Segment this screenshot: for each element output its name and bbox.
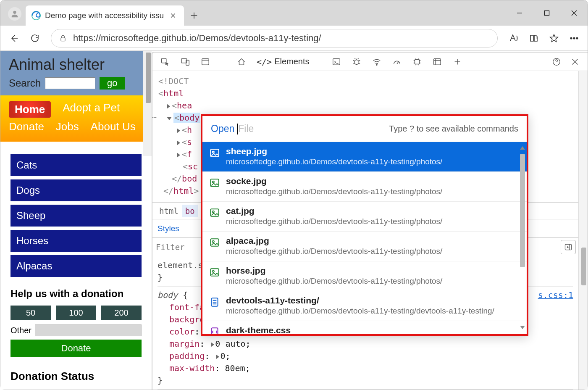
wifi-icon — [372, 57, 381, 66]
donation-amount-button[interactable]: 200 — [101, 306, 142, 320]
command-mode-label: Open — [211, 123, 234, 134]
list-item[interactable]: Horses — [10, 230, 142, 252]
app-icon — [433, 57, 442, 66]
svg-rect-14 — [415, 59, 419, 64]
lock-icon — [59, 34, 67, 42]
command-placeholder: File — [238, 123, 254, 134]
console-icon — [332, 57, 341, 66]
collapse-icon[interactable] — [167, 117, 172, 120]
new-tab-button[interactable] — [184, 5, 204, 26]
svg-rect-29 — [211, 328, 218, 334]
read-aloud-button[interactable] — [504, 29, 523, 47]
breadcrumb-item-selected[interactable]: bo — [182, 205, 198, 217]
more-button[interactable] — [565, 29, 583, 47]
svg-point-25 — [213, 241, 214, 242]
donation-amount-button[interactable]: 50 — [10, 306, 51, 320]
command-result-item[interactable]: devtools-a11y-testing/microsoftedge.gith… — [202, 291, 527, 321]
svg-point-6 — [576, 37, 578, 39]
list-item[interactable]: Cats — [10, 154, 142, 176]
donate-button[interactable]: Donate — [10, 340, 142, 357]
application-tab[interactable] — [429, 53, 446, 70]
command-result-item[interactable]: horse.jpgmicrosoftedge.github.io/Demos/d… — [202, 261, 527, 291]
edge-logo-icon — [32, 11, 41, 20]
favorite-button[interactable] — [545, 29, 563, 47]
elements-tab[interactable]: </>Elements — [253, 57, 313, 67]
search-label: Search — [9, 77, 41, 89]
expand-icon[interactable] — [216, 355, 219, 359]
page-area: Animal shelter Search go Home Adopt a Pe… — [0, 51, 588, 390]
address-bar: https://microsoftedge.github.io/Demos/de… — [0, 26, 588, 51]
search-input[interactable] — [45, 77, 95, 89]
command-result-item[interactable]: cat.jpgmicrosoftedge.github.io/Demos/dev… — [202, 202, 527, 232]
list-item[interactable]: Sheep — [10, 205, 142, 227]
expand-icon[interactable] — [177, 153, 180, 158]
command-scrollbar[interactable] — [520, 146, 525, 317]
book-audio-icon — [529, 33, 539, 43]
sources-tab[interactable] — [348, 53, 365, 70]
devtools-close-button[interactable] — [567, 53, 583, 70]
active-tab[interactable]: Demo page with accessibility issu — [26, 5, 184, 26]
close-window-button[interactable] — [560, 0, 588, 26]
help-icon — [552, 57, 561, 66]
css-source-link[interactable]: s.css:1 — [538, 289, 573, 301]
add-tab-button[interactable] — [449, 53, 466, 70]
svg-rect-2 — [544, 11, 549, 16]
list-item[interactable]: Dogs — [10, 179, 142, 201]
nav-home[interactable]: Home — [9, 101, 51, 118]
performance-tab[interactable] — [388, 53, 405, 70]
list-item[interactable]: Alpacas — [10, 255, 142, 277]
nav-donate[interactable]: Donate — [9, 120, 44, 133]
image-icon — [209, 177, 220, 188]
svg-point-12 — [354, 60, 359, 64]
go-button[interactable]: go — [100, 77, 125, 90]
expand-icon[interactable] — [177, 128, 180, 133]
bug-icon — [352, 57, 361, 66]
result-title: alpaca.jpg — [226, 236, 442, 246]
command-input-row[interactable]: Open File Type ? to see available comman… — [202, 116, 527, 142]
home-tab[interactable] — [233, 53, 250, 70]
toggle-sidebar-button[interactable] — [561, 240, 576, 254]
device-toggle[interactable] — [177, 53, 194, 70]
result-title: devtools-a11y-testing/ — [226, 295, 494, 306]
devtools-scrollbar[interactable] — [578, 71, 588, 390]
nav-jobs[interactable]: Jobs — [56, 120, 79, 133]
expand-icon[interactable] — [167, 104, 170, 109]
breadcrumb-item[interactable]: html — [156, 205, 182, 217]
memory-tab[interactable] — [409, 53, 425, 70]
help-button[interactable] — [548, 53, 565, 70]
command-result-item[interactable]: socke.jpgmicrosoftedge.github.io/Demos/d… — [202, 172, 527, 202]
scroll-up-icon[interactable] — [520, 146, 525, 150]
profile-badge[interactable] — [8, 7, 21, 21]
refresh-button[interactable] — [26, 29, 44, 47]
donation-amount-button[interactable]: 100 — [56, 306, 96, 320]
close-icon — [170, 12, 176, 19]
welcome-tab[interactable] — [197, 53, 214, 70]
maximize-button[interactable] — [533, 0, 560, 26]
result-title: sheep.jpg — [226, 146, 442, 156]
other-amount-input[interactable] — [35, 324, 142, 336]
inspect-button[interactable] — [157, 53, 173, 70]
donation-heading: Help us with a donation — [10, 288, 142, 300]
scroll-down-icon[interactable] — [520, 326, 525, 329]
console-tab[interactable] — [328, 53, 345, 70]
command-result-item[interactable]: sheep.jpgmicrosoftedge.github.io/Demos/d… — [202, 142, 527, 172]
url-input[interactable]: https://microsoftedge.github.io/Demos/de… — [51, 29, 498, 47]
immersive-reader-button[interactable] — [525, 29, 543, 47]
result-path: microsoftedge.github.io/Demos/devtools-a… — [226, 187, 442, 196]
devtools-toolbar: </>Elements — [152, 53, 588, 71]
network-tab[interactable] — [368, 53, 385, 70]
back-button[interactable] — [5, 29, 23, 47]
result-path: microsoftedge.github.io/Demos/devtools-a… — [226, 217, 442, 226]
result-title: dark-theme.css — [226, 325, 291, 334]
ellipsis-icon[interactable]: ⋯ — [152, 111, 157, 124]
site-title: Animal shelter — [9, 56, 143, 74]
expand-icon[interactable] — [177, 140, 180, 145]
nav-adopt[interactable]: Adopt a Pet — [63, 101, 120, 118]
command-result-item[interactable]: dark-theme.css — [202, 321, 527, 334]
tab-close-button[interactable] — [168, 11, 178, 21]
nav-about[interactable]: About Us — [91, 120, 136, 133]
site-scrollbar[interactable] — [143, 51, 152, 156]
minimize-button[interactable] — [506, 0, 533, 26]
expand-icon[interactable] — [211, 343, 214, 347]
command-result-item[interactable]: alpaca.jpgmicrosoftedge.github.io/Demos/… — [202, 232, 527, 261]
